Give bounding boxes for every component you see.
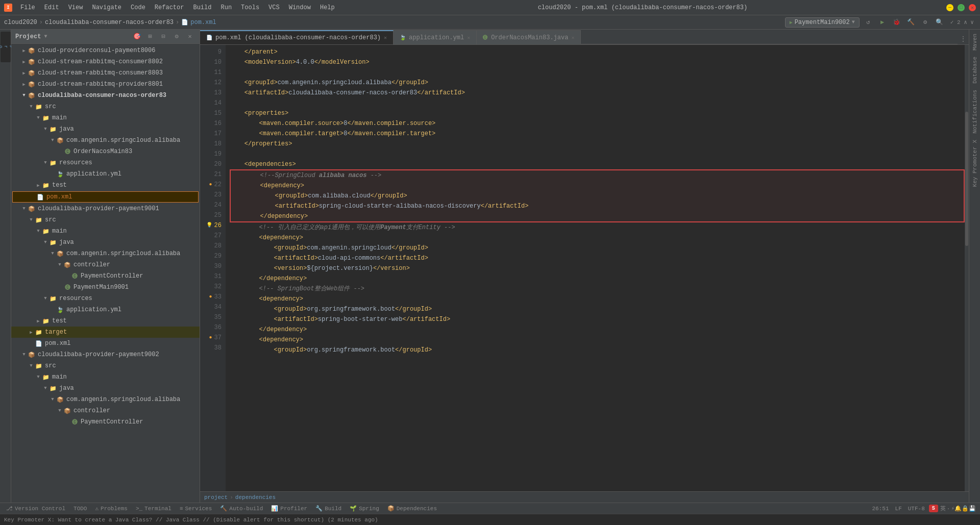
debug-button[interactable]: 🐞 [891, 17, 902, 28]
maximize-button[interactable]: □ [958, 4, 965, 11]
run-button[interactable]: ▶ [877, 17, 888, 28]
code-line-26: <!-- 引入自己定义的api通用包，可以使用Payment支付Entity -… [230, 222, 965, 233]
tree-item-controller9001[interactable]: ▼ 📦 controller [11, 259, 200, 270]
status-dependencies[interactable]: 📦 Dependencies [385, 503, 439, 514]
close-project-panel[interactable]: ✕ [184, 31, 195, 42]
tree-item-src9001[interactable]: ▼ 📁 src [11, 214, 200, 226]
menu-build[interactable]: Build [189, 3, 215, 12]
tree-item-ordermain83[interactable]: 🅒 OrderNacosMain83 [11, 146, 200, 157]
status-profiler[interactable]: 📊 Profiler [269, 503, 309, 514]
expand-all-button[interactable]: ⊞ [144, 31, 156, 42]
tree-item-payment9002[interactable]: ▼ 📦 cloudalibaba-provider-payment9002 [11, 349, 200, 360]
tab-application-yml[interactable]: 🍃 application.yml ✕ [394, 30, 477, 44]
tree-item-target[interactable]: ▶ 📁 target [11, 327, 200, 338]
status-spring[interactable]: 🌱 Spring [348, 503, 381, 514]
code-content[interactable]: </parent> <modelVersion>4.0.0</modelVers… [226, 45, 965, 491]
project-dropdown-arrow[interactable]: ▼ [44, 34, 47, 39]
tree-item-test[interactable]: ▶ 📁 test [11, 180, 200, 191]
yml-icon: 🍃 [56, 306, 64, 314]
tree-item-providerconsul[interactable]: ▶ 📦 cloud-providerconsul-payment8006 [11, 45, 200, 56]
tab-java-close[interactable]: ✕ [571, 35, 574, 41]
collapse-all-button[interactable]: ⊟ [158, 31, 169, 42]
status-todo[interactable]: TODO [71, 503, 89, 514]
tree-item-src[interactable]: ▼ 📁 src [11, 101, 200, 112]
scroll-thumb[interactable] [965, 112, 968, 246]
tab-pom-xml[interactable]: 📄 pom.xml (cloudalibaba-consumer-nacos-o… [200, 30, 394, 44]
menu-help[interactable]: Help [316, 3, 339, 12]
tree-item-java[interactable]: ▼ 📁 java [11, 123, 200, 135]
tree-item-main9002[interactable]: ▼ 📁 main [11, 371, 200, 383]
status-time[interactable]: 26:51 [870, 503, 891, 514]
menu-code[interactable]: Code [127, 3, 150, 12]
code-editor[interactable]: 9 10 11 12 13 14 15 16 17 18 19 20 21 ●2… [200, 45, 969, 491]
status-services[interactable]: ≡ Services [178, 503, 214, 514]
database-panel-label[interactable]: Database [971, 55, 979, 86]
tree-item-controller9002[interactable]: ▼ 📦 controller [11, 405, 200, 416]
menu-file[interactable]: File [16, 3, 39, 12]
tree-item-res9001[interactable]: ▼ 📁 resources [11, 293, 200, 304]
status-version-control[interactable]: ⎇ Version Control [4, 503, 67, 514]
menu-edit[interactable]: Edit [40, 3, 63, 12]
key-promoter-label[interactable]: Key Promoter X [971, 138, 979, 189]
close-button[interactable]: ✕ [969, 4, 976, 11]
status-auto-build[interactable]: 🔨 Auto-build [218, 503, 265, 514]
search-button[interactable]: 🔍 [934, 17, 945, 28]
status-build[interactable]: 🔧 Build [313, 503, 344, 514]
tree-item-package[interactable]: ▼ 📦 com.angenin.springcloud.alibaba [11, 135, 200, 146]
tree-item-appyml[interactable]: 🍃 application.yml [11, 168, 200, 180]
settings-button[interactable]: ⚙ [920, 17, 931, 28]
tab-more-button[interactable]: ⋮ [958, 33, 969, 44]
tree-item-main9001[interactable]: ▼ 📁 main [11, 226, 200, 237]
breadcrumb-project[interactable]: project [204, 494, 228, 501]
tree-item-java9002[interactable]: ▼ 📁 java [11, 383, 200, 394]
status-charset[interactable]: UTF-8 [906, 503, 927, 514]
project-settings-button[interactable]: ⚙ [171, 31, 182, 42]
status-problems[interactable]: ⚠ Problems [93, 503, 129, 514]
tree-item-order83[interactable]: ▼ 📦 cloudalibaba-consumer-nacos-order83 [11, 90, 200, 101]
tree-item-provider8801[interactable]: ▶ 📦 cloud-stream-rabbitmq-provider8801 [11, 79, 200, 90]
menu-window[interactable]: Window [285, 3, 315, 12]
status-encoding[interactable]: LF [893, 503, 904, 514]
menu-navigate[interactable]: Navigate [88, 3, 126, 12]
vertical-scrollbar[interactable] [965, 45, 969, 491]
tab-ordermain-java[interactable]: 🅒 OrderNacosMain83.java ✕ [477, 30, 581, 44]
tab-pom-close[interactable]: ✕ [384, 35, 387, 41]
run-config-selector[interactable]: ▶ PaymentMain9002 ▼ [785, 17, 860, 28]
menu-vcs[interactable]: VCS [264, 3, 284, 12]
sync-button[interactable]: ↺ [863, 17, 874, 28]
tree-item-java9001[interactable]: ▼ 📁 java [11, 237, 200, 248]
breadcrumb-file[interactable]: pom.xml [190, 19, 216, 26]
maven-panel-label[interactable]: Maven [971, 32, 979, 53]
build-button[interactable]: 🔨 [905, 17, 917, 28]
tree-item-payment9001[interactable]: ▼ 📦 cloudalibaba-provider-payment9001 [11, 203, 200, 214]
menu-refactor[interactable]: Refactor [151, 3, 188, 12]
breadcrumb-dependencies[interactable]: dependencies [235, 494, 276, 501]
tree-item-yml9001[interactable]: 🍃 application.yml [11, 304, 200, 315]
tab-yml-close[interactable]: ✕ [467, 35, 470, 41]
tree-item-pom9001[interactable]: 📄 pom.xml [11, 338, 200, 349]
locate-file-button[interactable]: 🎯 [131, 31, 142, 42]
tree-item-consumer8802[interactable]: ▶ 📦 cloud-stream-rabbitmq-consumer8802 [11, 56, 200, 67]
breadcrumb-cloud2020[interactable]: cloud2020 [4, 19, 37, 26]
tree-item-main[interactable]: ▼ 📁 main [11, 112, 200, 123]
notifications-panel-label[interactable]: Notifications [971, 88, 979, 136]
status-terminal[interactable]: >_ Terminal [134, 503, 174, 514]
tree-item-paymentctrl9001[interactable]: 🅒 PaymentController [11, 270, 200, 282]
tree-item-pkg9001[interactable]: ▼ 📦 com.angenin.springcloud.alibaba [11, 248, 200, 259]
tree-item-resources[interactable]: ▼ 📁 resources [11, 157, 200, 168]
breadcrumb-module[interactable]: cloudalibaba-consumer-nacos-order83 [45, 19, 174, 26]
project-title: Project [15, 33, 41, 40]
tree-arrow: ▼ [49, 250, 56, 257]
menu-tools[interactable]: Tools [237, 3, 263, 12]
menu-view[interactable]: View [64, 3, 87, 12]
tree-item-src9002[interactable]: ▼ 📁 src [11, 360, 200, 371]
tree-item-paymentctrl9002[interactable]: 🅒 PaymentController [11, 416, 200, 428]
tree-item-test9001[interactable]: ▶ 📁 test [11, 315, 200, 327]
tree-item-pkg9002[interactable]: ▼ 📦 com.angenin.springcloud.alibaba [11, 394, 200, 405]
tree-item-consumer8803[interactable]: ▶ 📦 cloud-stream-rabbitmq-consumer8803 [11, 67, 200, 79]
minimize-button[interactable]: — [946, 4, 953, 11]
project-tab-icon[interactable]: Pro [1, 32, 11, 62]
tree-item-pomxml-highlighted[interactable]: 📄 pom.xml [12, 191, 199, 203]
menu-run[interactable]: Run [216, 3, 236, 12]
tree-item-paymain9001[interactable]: 🅒 PaymentMain9001 [11, 282, 200, 293]
